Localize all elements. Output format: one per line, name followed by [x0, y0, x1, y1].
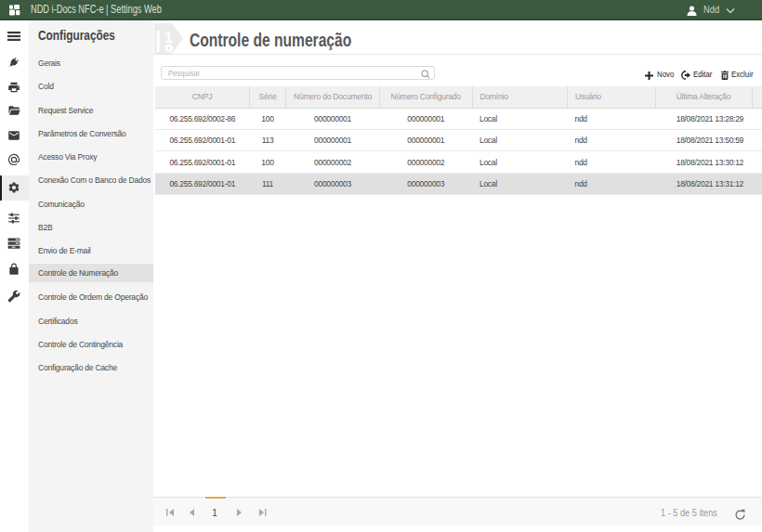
svg-text:1: 1	[164, 30, 173, 45]
